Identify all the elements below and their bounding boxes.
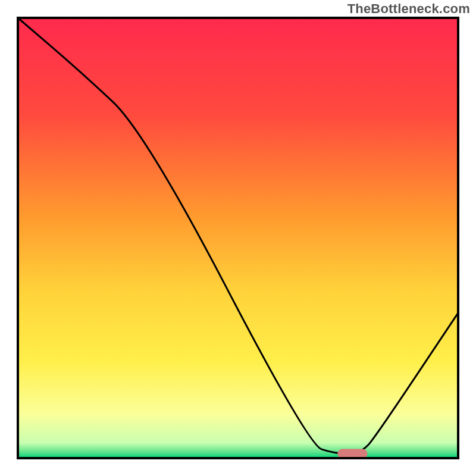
watermark-label: TheBottleneck.com	[347, 1, 470, 17]
plot-background	[18, 18, 458, 458]
bottleneck-chart	[0, 0, 476, 476]
